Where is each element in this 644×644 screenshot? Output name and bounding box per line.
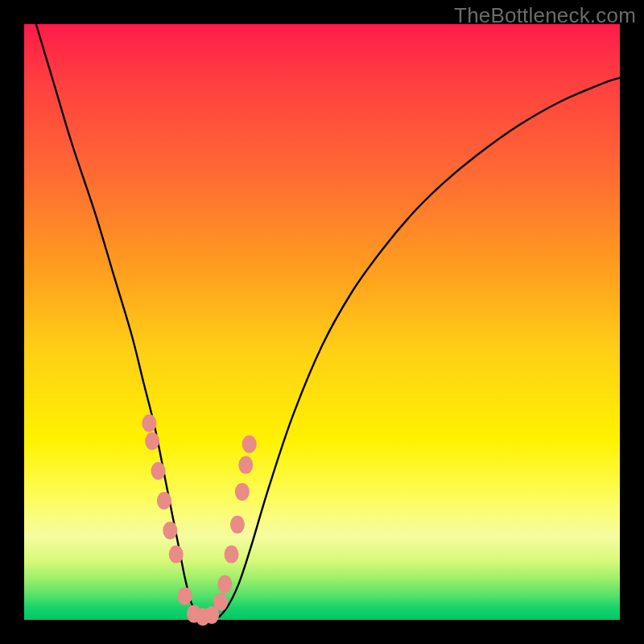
highlight-marker: [235, 483, 250, 501]
highlight-marker: [151, 462, 166, 480]
highlight-marker: [230, 516, 245, 534]
highlight-marker: [142, 415, 156, 432]
highlight-marker: [213, 593, 228, 611]
bottleneck-curve: [36, 24, 620, 621]
highlight-marker: [163, 522, 177, 539]
chart-frame: TheBottleneck.com: [0, 0, 644, 644]
highlight-marker: [225, 546, 239, 564]
curve-layer: [24, 24, 620, 620]
plot-area: [24, 24, 620, 620]
highlight-marker: [242, 436, 257, 453]
highlight-marker: [238, 456, 253, 474]
highlight-marker: [169, 546, 184, 564]
highlight-marker: [145, 432, 159, 450]
highlight-marker: [178, 587, 192, 605]
highlight-marker: [217, 576, 232, 593]
highlight-marker: [157, 492, 171, 510]
